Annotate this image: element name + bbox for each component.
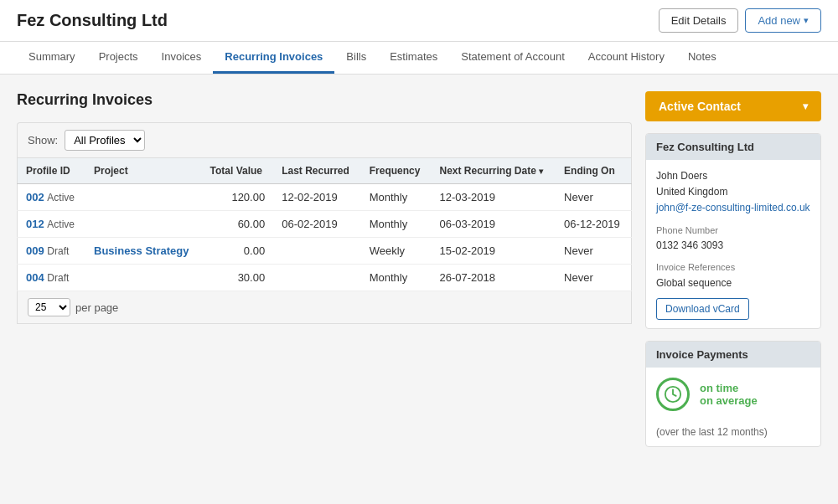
cell-total-value: 120.00 [202,184,274,211]
download-vcard-button[interactable]: Download vCard [656,298,749,320]
cell-last-recurred: 12-02-2019 [273,184,361,211]
contact-email[interactable]: john@f-ze-consulting-limited.co.uk [656,202,810,213]
left-panel: Recurring Invoices Show: All Profiles Pr… [17,91,632,324]
per-page-label: per page [75,301,118,314]
tab-bills[interactable]: Bills [334,42,378,74]
project-link[interactable]: Business Strategy [94,244,189,257]
company-name: Fez Consulting Ltd [17,11,168,30]
main-content: Recurring Invoices Show: All Profiles Pr… [0,75,838,464]
contact-card-header: Fez Consulting Ltd [646,134,820,160]
cell-project: Business Strategy [85,238,202,265]
col-last-recurred: Last Recurred [273,158,361,184]
invoice-payments-card: Invoice Payments on time on average (ove… [645,341,821,447]
cell-next-date: 12-03-2019 [431,184,556,211]
show-label: Show: [28,134,58,147]
cell-last-recurred [273,265,361,291]
on-average-text: on average [700,394,758,407]
cell-last-recurred: 06-02-2019 [273,211,361,238]
tab-estimates[interactable]: Estimates [378,42,449,74]
table-row[interactable]: 002 Active 120.00 12-02-2019 Monthly 12-… [18,184,632,211]
cell-project [85,184,202,211]
per-page-select[interactable]: 25 50 100 [28,298,70,316]
cell-ending-on: Never [556,265,631,291]
cell-total-value: 60.00 [202,211,274,238]
tab-invoices[interactable]: Invoices [150,42,214,74]
contact-name: John Doers [656,168,810,184]
payment-status-text: on time on average [700,382,758,407]
col-next-date[interactable]: Next Recurring Date [431,158,556,184]
on-time-text: on time [700,382,758,394]
active-contact-button[interactable]: Active Contact [645,91,821,121]
cell-next-date: 26-07-2018 [431,265,556,291]
cell-profile-id: 004 Draft [18,265,86,291]
invoice-payments-body: on time on average [646,368,820,421]
col-total-value: Total Value [202,158,274,184]
pagination-bar: 25 50 100 per page [17,291,632,324]
nav-tabs: Summary Projects Invoices Recurring Invo… [0,42,838,75]
cell-ending-on: Never [556,238,631,265]
cell-profile-id: 002 Active [18,184,86,211]
invoice-ref-value: Global sequence [656,275,810,291]
invoice-payments-header: Invoice Payments [646,342,820,368]
cell-frequency: Monthly [361,211,432,238]
last-12-months-text: (over the last 12 months) [646,426,820,446]
cell-frequency: Monthly [361,265,432,291]
col-frequency: Frequency [361,158,432,184]
cell-profile-id: 012 Active [18,211,86,238]
tab-statement-of-account[interactable]: Statement of Account [449,42,577,74]
contact-phone: 0132 346 3093 [656,238,810,254]
table-row[interactable]: 012 Active 60.00 06-02-2019 Monthly 06-0… [18,211,632,238]
contact-card: Fez Consulting Ltd John Doers United Kin… [645,133,821,329]
cell-total-value: 0.00 [202,238,274,265]
page-title: Recurring Invoices [17,91,632,109]
cell-next-date: 15-02-2019 [431,238,556,265]
cell-last-recurred [273,238,361,265]
tab-account-history[interactable]: Account History [577,42,676,74]
cell-ending-on: 06-12-2019 [556,211,631,238]
tab-notes[interactable]: Notes [676,42,728,74]
top-actions: Edit Details Add new [659,8,821,33]
tab-summary[interactable]: Summary [17,42,87,74]
right-panel: Active Contact Fez Consulting Ltd John D… [645,91,821,447]
contact-country: United Kingdom [656,184,810,200]
clock-icon [656,378,690,411]
table-header-row: Profile ID Project Total Value Last Recu… [18,158,632,184]
col-ending-on: Ending On [556,158,631,184]
tab-recurring-invoices[interactable]: Recurring Invoices [213,42,334,74]
cell-ending-on: Never [556,184,631,211]
recurring-invoices-table: Profile ID Project Total Value Last Recu… [17,157,632,291]
cell-total-value: 30.00 [202,265,274,291]
profiles-select[interactable]: All Profiles [65,130,145,151]
cell-profile-id: 009 Draft [18,238,86,265]
invoice-ref-label: Invoice References [656,260,810,275]
phone-label: Phone Number [656,224,810,239]
tab-projects[interactable]: Projects [87,42,150,74]
edit-details-button[interactable]: Edit Details [659,8,739,33]
cell-frequency: Monthly [361,184,432,211]
show-filter: Show: All Profiles [17,122,632,157]
table-row[interactable]: 004 Draft 30.00 Monthly 26-07-2018 Never [18,265,632,291]
col-project: Project [85,158,202,184]
table-row[interactable]: 009 Draft Business Strategy 0.00 Weekly … [18,238,632,265]
cell-project [85,265,202,291]
col-profile-id: Profile ID [18,158,86,184]
cell-next-date: 06-03-2019 [431,211,556,238]
contact-card-body: John Doers United Kingdom john@f-ze-cons… [646,160,820,328]
cell-project [85,211,202,238]
add-new-button[interactable]: Add new [745,8,821,33]
top-bar: Fez Consulting Ltd Edit Details Add new [0,0,838,42]
cell-frequency: Weekly [361,238,432,265]
